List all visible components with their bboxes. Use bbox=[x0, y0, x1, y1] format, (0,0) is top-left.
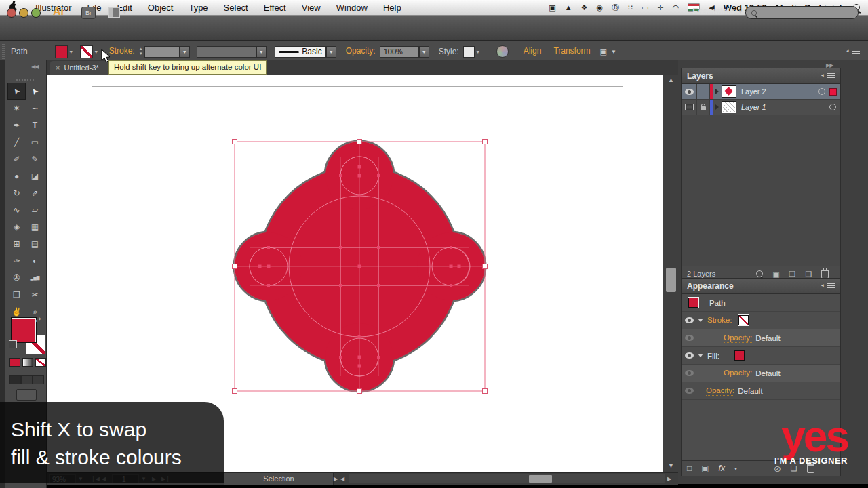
fill-color-dropdown[interactable]: ▼ bbox=[68, 46, 75, 58]
stroke-opacity-row[interactable]: Opacity: Default bbox=[682, 329, 840, 347]
stroke-color-swatch[interactable] bbox=[80, 45, 93, 58]
arrange-documents-button[interactable]: ▼ bbox=[108, 7, 129, 18]
opacity-attribute-label[interactable]: Opacity: bbox=[706, 386, 734, 396]
creative-cloud-icon[interactable]: ◉ bbox=[596, 0, 603, 15]
style-swatch[interactable] bbox=[463, 46, 475, 58]
layer-row-layer1[interactable]: Layer 1 bbox=[682, 100, 840, 115]
new-layer-icon[interactable]: ❑ bbox=[805, 270, 812, 279]
isolate-selected-object-icon[interactable]: ▣ bbox=[600, 47, 607, 56]
window-close-button[interactable] bbox=[7, 8, 16, 18]
lock-cell[interactable] bbox=[697, 84, 710, 99]
control-panel-menu-icon[interactable] bbox=[852, 49, 860, 54]
stroke-color-dropdown[interactable]: ▼ bbox=[93, 46, 100, 58]
panel-menu-icon[interactable] bbox=[827, 73, 835, 79]
menu-item[interactable]: Object bbox=[148, 3, 174, 13]
menu-item[interactable]: View bbox=[302, 3, 321, 13]
opacity-attribute-label[interactable]: Opacity: bbox=[724, 333, 752, 343]
panel-grip[interactable] bbox=[2, 44, 5, 59]
visibility-cell[interactable] bbox=[682, 100, 697, 115]
color-button[interactable] bbox=[9, 358, 20, 367]
target-circle-icon[interactable] bbox=[818, 88, 825, 95]
tools-panel-grip[interactable] bbox=[16, 79, 35, 81]
dropbox-icon[interactable]: ❖ bbox=[581, 0, 588, 15]
line-segment-tool[interactable]: ╱ bbox=[7, 134, 26, 150]
menu-item[interactable]: Effect bbox=[264, 3, 286, 13]
width-profile-dropdown[interactable] bbox=[197, 46, 256, 58]
menu-item[interactable]: Select bbox=[224, 3, 248, 13]
draw-behind-button[interactable] bbox=[21, 375, 33, 384]
search-input[interactable] bbox=[745, 6, 859, 19]
mesh-tool[interactable]: ⊞ bbox=[7, 235, 26, 252]
vertical-scrollbar[interactable]: ▲ ▼ bbox=[663, 75, 679, 472]
default-fill-stroke-icon[interactable] bbox=[9, 340, 17, 348]
rectangle-tool[interactable]: ▭ bbox=[26, 134, 44, 150]
lock-cell[interactable] bbox=[697, 100, 710, 115]
effect-caret-icon[interactable]: ▾ bbox=[734, 466, 737, 472]
appearance-path-row[interactable]: Path bbox=[682, 294, 840, 312]
close-tab-icon[interactable]: × bbox=[56, 64, 60, 72]
gradient-tool[interactable]: ▤ bbox=[26, 235, 44, 252]
transform-link[interactable]: Transform bbox=[553, 47, 590, 56]
appearance-fill-row[interactable]: Fill: bbox=[682, 347, 840, 365]
target-circle-icon[interactable] bbox=[829, 104, 836, 110]
path-opacity-row[interactable]: Opacity: Default bbox=[682, 382, 840, 400]
stepper-up-icon[interactable]: ▲ bbox=[139, 47, 143, 51]
layer-thumbnail[interactable] bbox=[722, 85, 736, 98]
shape-builder-tool[interactable]: ◈ bbox=[7, 218, 26, 235]
chevron-down-icon[interactable]: ▼ bbox=[611, 49, 616, 55]
blend-tool[interactable]: ◐ bbox=[26, 252, 44, 269]
status-caret-icon[interactable]: ▶ bbox=[334, 476, 338, 482]
pencil-tool[interactable]: ✎ bbox=[26, 150, 44, 167]
scroll-right-icon[interactable]: ▶ bbox=[667, 476, 671, 482]
universal-access-icon[interactable]: ✛ bbox=[657, 0, 663, 15]
perspective-grid-tool[interactable]: ▦ bbox=[26, 218, 44, 235]
lasso-tool[interactable]: ∽ bbox=[26, 100, 44, 117]
drive-icon[interactable]: ▲ bbox=[565, 0, 572, 15]
visibility-cell[interactable] bbox=[682, 84, 697, 99]
pen-tool[interactable]: ✒ bbox=[7, 117, 26, 134]
handle-middle-right[interactable] bbox=[483, 264, 488, 269]
paintbrush-tool[interactable]: ✐ bbox=[7, 150, 26, 167]
stroke-weight-stepper[interactable]: ▲▼ bbox=[139, 47, 143, 56]
recolor-artwork-icon[interactable] bbox=[496, 45, 509, 58]
rotate-tool[interactable]: ↻ bbox=[7, 184, 26, 201]
menu-item[interactable]: Window bbox=[336, 3, 368, 13]
locate-object-icon[interactable] bbox=[756, 270, 763, 277]
expand-triangle-icon[interactable] bbox=[698, 319, 703, 322]
visibility-cell[interactable] bbox=[682, 365, 696, 382]
layers-panel-header[interactable]: Layers bbox=[682, 68, 840, 84]
disclosure-triangle-icon[interactable] bbox=[715, 104, 719, 110]
add-new-fill-icon[interactable]: ▣ bbox=[701, 464, 709, 473]
blob-brush-tool[interactable]: ● bbox=[7, 167, 26, 184]
stroke-none-swatch[interactable] bbox=[738, 315, 749, 325]
stepper-down-icon[interactable]: ▼ bbox=[139, 52, 143, 56]
width-profile-caret[interactable]: ▼ bbox=[256, 46, 267, 58]
parallels-icon[interactable]: Ⓓ bbox=[612, 0, 619, 15]
visibility-cell[interactable] bbox=[682, 347, 696, 364]
horizontal-scrollbar[interactable] bbox=[349, 474, 665, 483]
artboard-tool[interactable]: ❐ bbox=[7, 286, 26, 303]
direct-selection-tool[interactable]: ➤ bbox=[26, 83, 44, 100]
layer-name[interactable]: Layer 1 bbox=[741, 103, 766, 111]
magic-wand-tool[interactable]: ✶ bbox=[7, 100, 26, 117]
appearance-stroke-row[interactable]: Stroke: bbox=[682, 312, 840, 329]
opacity-attribute-label[interactable]: Opacity: bbox=[724, 369, 752, 378]
draw-inside-button[interactable] bbox=[33, 375, 44, 384]
fill-proxy-swatch[interactable] bbox=[11, 317, 37, 343]
window-zoom-button[interactable] bbox=[31, 8, 41, 18]
stroke-weight-dropdown[interactable]: ▼ bbox=[180, 46, 190, 58]
symbol-sprayer-tool[interactable]: ✇ bbox=[7, 269, 26, 286]
handle-top-center[interactable] bbox=[357, 140, 362, 144]
disclosure-triangle-icon[interactable] bbox=[715, 89, 719, 94]
draw-normal-button[interactable] bbox=[9, 375, 21, 384]
free-transform-tool[interactable]: ▱ bbox=[26, 201, 44, 218]
column-graph-tool[interactable]: ▂▅▇ bbox=[26, 269, 44, 286]
layer-row-layer2[interactable]: Layer 2 bbox=[682, 84, 840, 100]
swap-fill-stroke-icon[interactable]: ⇄ bbox=[35, 316, 41, 323]
expand-triangle-icon[interactable] bbox=[698, 354, 703, 357]
handle-bottom-center[interactable] bbox=[357, 389, 362, 394]
layer-name[interactable]: Layer 2 bbox=[741, 87, 766, 96]
handle-top-left[interactable] bbox=[233, 140, 237, 144]
eyedropper-tool[interactable]: ✑ bbox=[7, 252, 26, 269]
opacity-label[interactable]: Opacity: bbox=[346, 47, 376, 56]
